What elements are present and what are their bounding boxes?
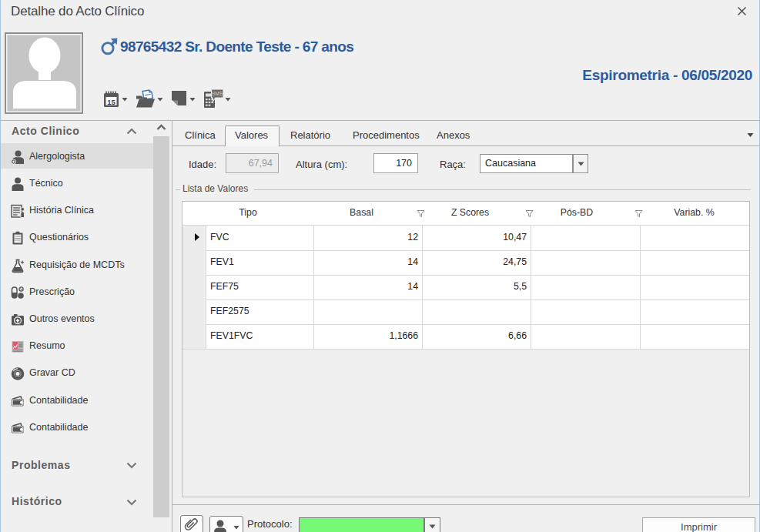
svg-text:SMS: SMS (212, 91, 223, 96)
svg-text:15: 15 (107, 98, 116, 106)
